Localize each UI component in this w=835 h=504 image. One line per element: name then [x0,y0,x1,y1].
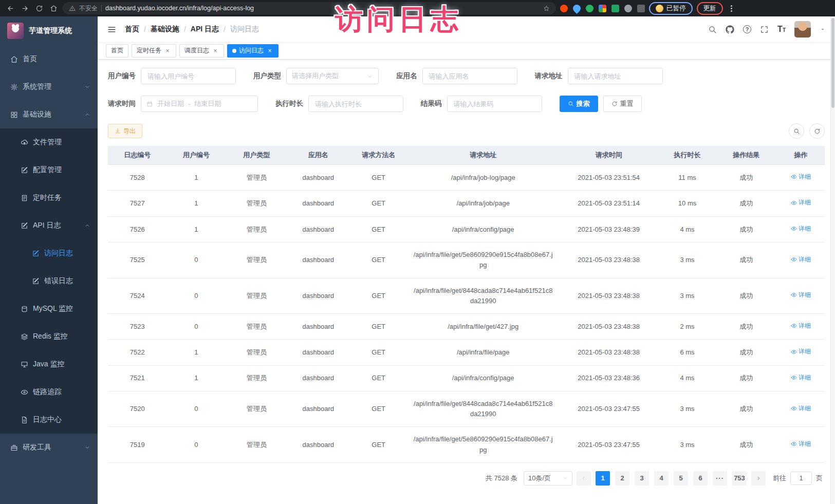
sidebar-item-job[interactable]: 定时任务 [0,184,98,212]
page-button-1[interactable]: 1 [596,471,610,486]
app-logo[interactable]: 芋道管理系统 [0,16,98,45]
sidebar-item-file[interactable]: 文件管理 [0,128,98,156]
prev-page-button[interactable] [577,471,591,486]
request-url-input-field[interactable] [568,68,662,84]
sidebar-item-log-center[interactable]: 日志中心 [0,406,98,434]
cell-action: 详细 [777,391,825,427]
browser-back-icon[interactable] [5,3,15,13]
table-toolbar: 导出 [108,123,825,139]
tab-close-icon[interactable]: × [212,47,219,54]
sidebar-item-dev-tools[interactable]: 研发工具 [0,434,98,461]
github-icon[interactable] [726,25,734,34]
page-button-3[interactable]: 3 [635,471,649,486]
app-name-input-field[interactable] [423,68,517,84]
sidebar-item-infra[interactable]: 基础设施 [0,101,98,128]
extension-icon[interactable] [586,5,593,12]
sidebar-item-home[interactable]: 首页 [0,45,98,73]
sidebar-item-error-log[interactable]: 错误日志 [0,267,98,295]
detail-link[interactable]: 详细 [791,255,811,265]
sidebar-item-access-log[interactable]: 访问日志 [0,239,98,267]
sidebar-item-api-log[interactable]: API 日志 [0,212,98,239]
detail-link[interactable]: 详细 [791,439,811,449]
tab-job[interactable]: 定时任务× [132,44,176,58]
duration-input[interactable] [308,96,403,112]
sidebar-item-java[interactable]: Java 监控 [0,350,98,378]
cell-log_id: 7522 [108,340,167,365]
page-button-6[interactable]: 6 [693,471,708,486]
hide-search-button[interactable] [789,123,804,139]
search-button[interactable]: 搜索 [560,96,598,112]
detail-link[interactable]: 详细 [791,373,811,383]
browser-update-button[interactable]: 更新 [697,2,723,15]
app-body: 芋道管理系统 首页系统管理基础设施文件管理配置管理定时任务API 日志访问日志错… [0,16,835,504]
breadcrumb-item[interactable]: 首页 [125,25,139,34]
detail-link[interactable]: 详细 [791,198,811,208]
screen: 不安全 dashboard.yudao.iocoder.cn/infra/log… [0,0,835,504]
tab-close-icon[interactable]: × [266,47,273,54]
breadcrumb-item[interactable]: API 日志 [191,25,219,34]
browser-menu-icon[interactable] [727,4,735,12]
fullscreen-icon[interactable] [760,25,769,34]
tab-home[interactable]: 首页 [106,44,128,58]
result-code-input[interactable] [447,96,542,112]
result-code-input-field[interactable] [448,96,542,111]
hamburger-icon[interactable] [107,25,117,34]
detail-link[interactable]: 详细 [791,172,811,182]
bookmark-star-icon[interactable] [543,5,550,12]
extension-icon[interactable] [611,5,619,12]
page-button-753[interactable]: 753 [732,471,747,486]
extension-icon[interactable] [624,5,632,12]
tab-close-icon[interactable]: × [164,47,171,54]
app-name-input[interactable] [422,68,517,84]
search-icon[interactable] [708,25,717,34]
extension-icon[interactable] [637,5,645,12]
upload-cloud-icon [21,139,28,146]
request-url-input[interactable] [568,68,663,84]
cell-result: 成功 [715,216,777,242]
tab-access-log[interactable]: 访问日志× [227,44,279,58]
more-pages-button[interactable]: ··· [713,471,727,486]
sidebar-item-redis[interactable]: Redis 监控 [0,323,98,350]
profile-paused-chip[interactable]: 已暂停 [649,2,693,15]
avatar-caret-icon[interactable] [820,26,826,32]
sidebar-item-mysql[interactable]: MySQL 监控 [0,295,98,323]
extension-icon[interactable] [599,5,606,12]
page-button-2[interactable]: 2 [615,471,629,486]
page-content: 用户编号用户类型请选择用户类型应用名请求地址 请求时间开始日期-结束日期执行时长… [98,60,835,504]
next-page-button[interactable] [751,471,766,486]
export-button[interactable]: 导出 [108,124,142,138]
extension-icon[interactable] [571,3,582,13]
reset-button[interactable]: 重置 [603,96,642,112]
browser-url-bar[interactable]: 不安全 dashboard.yudao.iocoder.cn/infra/log… [63,2,556,14]
user-type-select[interactable]: 请选择用户类型 [286,68,379,84]
scrollbar-thumb[interactable] [831,18,834,108]
detail-link[interactable]: 详细 [791,404,811,414]
extension-icon[interactable] [560,5,568,12]
refresh-table-button[interactable] [809,123,825,139]
detail-link[interactable]: 详细 [791,224,811,234]
help-icon[interactable] [743,25,751,33]
duration-input-field[interactable] [309,96,403,111]
font-size-icon[interactable] [777,25,786,34]
sidebar-item-label: 日志中心 [33,415,90,424]
goto-page-input[interactable] [790,472,812,485]
user-id-input[interactable] [141,68,236,84]
user-id-input-field[interactable] [141,68,235,84]
browser-reload-icon[interactable] [34,3,44,13]
browser-forward-icon[interactable] [20,3,30,13]
browser-home-icon[interactable] [48,3,59,13]
sidebar-item-trace[interactable]: 链路追踪 [0,378,98,406]
tab-job-log[interactable]: 调度日志× [179,44,224,58]
breadcrumb-item[interactable]: 基础设施 [151,25,179,34]
detail-link[interactable]: 详细 [791,321,811,331]
user-avatar[interactable] [794,21,811,38]
detail-link[interactable]: 详细 [791,290,811,300]
page-size-select[interactable]: 10条/页 [524,471,572,486]
sidebar-item-config[interactable]: 配置管理 [0,156,98,184]
scrollbar[interactable] [830,16,835,504]
sidebar-item-system[interactable]: 系统管理 [0,73,98,101]
detail-link[interactable]: 详细 [791,347,811,357]
page-button-5[interactable]: 5 [674,471,688,486]
request-time-daterange[interactable]: 开始日期-结束日期 [141,96,258,112]
page-button-4[interactable]: 4 [654,471,669,486]
